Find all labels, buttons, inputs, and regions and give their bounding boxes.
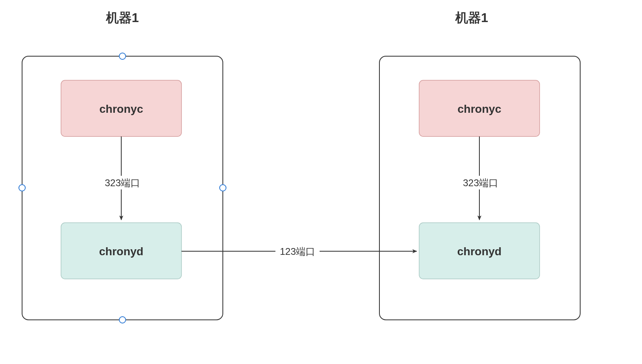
selection-handle-top[interactable] [119, 53, 126, 59]
machine1-chronyc-node[interactable]: chronyc [61, 80, 181, 136]
selection-handle-right[interactable] [220, 185, 226, 191]
diagram-canvas[interactable]: 机器1 机器1 chronyc chronyd 323端口 chronyc ch… [0, 0, 642, 364]
machine1-internal-edge[interactable]: 323端口 [101, 136, 144, 220]
machine1-chronyd-label: chronyd [99, 245, 143, 258]
selection-handle-left[interactable] [19, 185, 25, 191]
machine2-title: 机器1 [455, 10, 488, 25]
machine2-chronyd-node[interactable]: chronyd [419, 223, 540, 279]
cross-edge-label: 123端口 [280, 246, 315, 257]
selection-handle-bottom[interactable] [119, 317, 126, 323]
machine1-title: 机器1 [106, 10, 139, 25]
machine2-internal-edge[interactable]: 323端口 [459, 136, 502, 220]
machine1-chronyd-node[interactable]: chronyd [61, 223, 181, 279]
cross-edge[interactable]: 123端口 [181, 244, 417, 258]
machine2-chronyc-label: chronyc [458, 103, 501, 115]
machine1-internal-edge-label: 323端口 [105, 177, 140, 188]
machine1-chronyc-label: chronyc [100, 103, 143, 115]
machine2-chronyc-node[interactable]: chronyc [419, 80, 540, 136]
machine2-internal-edge-label: 323端口 [463, 177, 498, 188]
machine2-chronyd-label: chronyd [457, 245, 501, 258]
